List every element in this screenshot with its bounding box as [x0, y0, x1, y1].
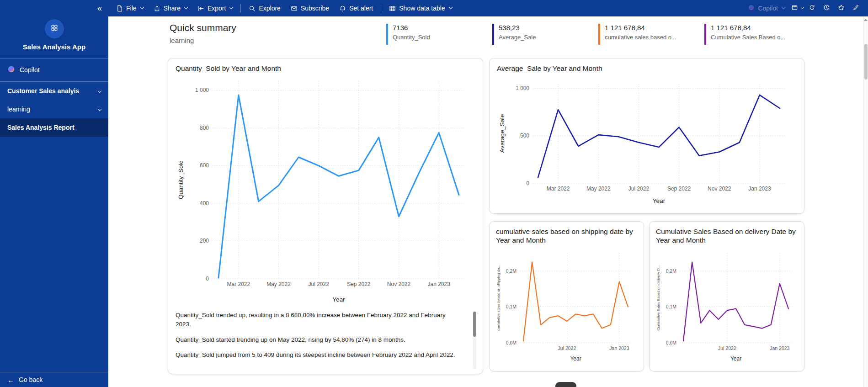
- export-menu-button[interactable]: Export: [192, 0, 238, 16]
- menubar-divider: [381, 4, 381, 12]
- back-arrow-icon: ←: [7, 376, 14, 384]
- chevron-down-icon: [800, 5, 804, 9]
- menu-label: Subscribe: [301, 5, 329, 12]
- svg-text:Jul 2022: Jul 2022: [628, 186, 650, 192]
- narrative-paragraph: Quantity_Sold trended up, resulting in a…: [176, 311, 463, 329]
- app-grid-icon: [50, 24, 59, 34]
- kpi-value: 7136: [393, 24, 492, 32]
- cumulative-delivery-line-chart[interactable]: 0,0M0,1M0,2MJul 2022Jan 2023YearCumulati…: [656, 248, 798, 363]
- svg-text:May 2022: May 2022: [586, 186, 611, 192]
- visual-quantity-sold: Quantity_Sold by Year and Month 02004006…: [168, 58, 483, 374]
- set-alert-button[interactable]: Set alert: [334, 0, 378, 16]
- smart-narrative: Quantity_Sold trended up, resulting in a…: [176, 311, 463, 366]
- svg-text:Quantity_Sold: Quantity_Sold: [177, 160, 184, 199]
- chart-title: cumulative sales based on shipping date …: [496, 227, 637, 245]
- kpi-label: Average_Sale: [499, 34, 598, 41]
- share-menu-button[interactable]: Share: [149, 0, 192, 16]
- explore-icon: [249, 5, 256, 12]
- copilot-icon: [7, 65, 15, 74]
- sidebar-item-learning[interactable]: learning: [0, 100, 108, 118]
- report-toolbar: File Share Export Explore Subscribe: [108, 0, 868, 16]
- narrative-scrollbar[interactable]: [473, 311, 476, 369]
- sidebar-item-customer-sales-analysis[interactable]: Customer Sales analyis: [0, 82, 108, 100]
- sidebar-item-label: learning: [7, 106, 30, 113]
- svg-text:cumulative sales based on ship: cumulative sales based on shipping da...: [496, 265, 501, 331]
- kpi-label: Cumulative Sales Based o...: [711, 34, 810, 41]
- refresh-button[interactable]: [805, 0, 819, 16]
- subscribe-button[interactable]: Subscribe: [286, 0, 334, 16]
- quantity-sold-line-chart[interactable]: 02004006008001 000Mar 2022May 2022Jul 20…: [176, 75, 475, 304]
- svg-text:1 000: 1 000: [516, 85, 529, 91]
- sidebar-item-label: Sales Analysis Report: [7, 124, 75, 131]
- scroll-up-icon[interactable]: [864, 19, 868, 21]
- vertical-scrollbar[interactable]: [863, 16, 868, 387]
- svg-text:0: 0: [526, 180, 529, 186]
- menu-label: Explore: [259, 5, 280, 12]
- kpi-label: cumulative sales based o...: [605, 34, 704, 41]
- copilot-button[interactable]: Copilot: [743, 0, 789, 16]
- sidebar-item-copilot[interactable]: Copilot: [0, 58, 108, 81]
- chevron-down-icon: [140, 5, 144, 9]
- share-icon: [154, 5, 160, 12]
- menu-label: Share: [164, 5, 181, 12]
- svg-text:600: 600: [200, 162, 209, 169]
- open-in-window-icon: [791, 4, 798, 13]
- visual-average-sale: Average_Sale by Year and Month 05001 000…: [489, 58, 804, 214]
- edit-button[interactable]: [849, 0, 863, 16]
- menu-label: Set alert: [349, 5, 373, 12]
- sidebar-item-label: Customer Sales analyis: [7, 87, 79, 95]
- power-bi-app-window: File Share Export Explore Subscribe: [0, 0, 868, 387]
- chart-title: Average_Sale by Year and Month: [497, 64, 797, 73]
- bell-icon: [339, 5, 346, 12]
- open-in-window-button[interactable]: [790, 0, 804, 16]
- page-subtitle: learning: [170, 37, 194, 44]
- copilot-icon: [748, 4, 755, 12]
- kpi-cumulative-delivery: 1 121 678,84 Cumulative Sales Based o...: [704, 24, 810, 45]
- toolbar-right-actions: Copilot: [743, 0, 863, 16]
- chart-title: Quantity_Sold by Year and Month: [176, 64, 475, 73]
- svg-text:400: 400: [200, 200, 209, 207]
- svg-text:1 000: 1 000: [195, 87, 209, 93]
- svg-text:Nov 2022: Nov 2022: [708, 186, 731, 192]
- svg-text:Jan 2023: Jan 2023: [770, 345, 789, 351]
- catch-up-button[interactable]: [820, 0, 833, 16]
- svg-text:May 2022: May 2022: [266, 281, 291, 287]
- favorite-button[interactable]: [834, 0, 848, 16]
- chevron-down-icon: [98, 107, 101, 111]
- table-icon: [389, 5, 396, 12]
- refresh-icon: [809, 4, 815, 13]
- svg-text:0,0M: 0,0M: [666, 339, 676, 345]
- collapse-sidebar-button[interactable]: «: [97, 4, 102, 12]
- svg-text:200: 200: [200, 238, 209, 244]
- report-canvas: Quick summary learning 7136 Quantity_Sol…: [108, 16, 863, 387]
- catch-up-icon: [823, 4, 830, 13]
- svg-text:Jul 2022: Jul 2022: [308, 281, 329, 287]
- svg-text:800: 800: [200, 125, 209, 131]
- svg-text:Jan 2023: Jan 2023: [748, 186, 771, 192]
- scrollbar-thumb[interactable]: [864, 44, 868, 80]
- average-sale-line-chart[interactable]: 05001 000Mar 2022May 2022Jul 2022Sep 202…: [497, 75, 797, 205]
- sidebar-item-sales-analysis-report[interactable]: Sales Analysis Report: [0, 118, 108, 137]
- svg-text:Average_Sale: Average_Sale: [499, 114, 506, 153]
- cumulative-shipping-line-chart[interactable]: 0,0M0,1M0,2MJul 2022Jan 2023Yearcumulati…: [496, 248, 637, 363]
- star-icon: [838, 4, 845, 13]
- svg-text:Year: Year: [570, 355, 581, 362]
- chevron-down-icon: [229, 5, 233, 9]
- svg-text:Year: Year: [653, 197, 666, 204]
- file-menu-button[interactable]: File: [111, 0, 149, 16]
- kpi-strip: 7136 Quantity_Sold 538,23 Average_Sale 1…: [386, 24, 810, 45]
- kpi-cumulative-shipping: 1 121 678,84 cumulative sales based o...: [598, 24, 704, 45]
- chevron-down-icon: [448, 5, 452, 9]
- svg-text:Jul 2022: Jul 2022: [558, 345, 576, 351]
- sidebar-item-label: Copilot: [20, 66, 40, 74]
- svg-text:Year: Year: [730, 355, 741, 362]
- page-navigation-partial[interactable]: [555, 382, 576, 387]
- narrative-scrollbar-thumb[interactable]: [473, 312, 476, 337]
- show-data-table-button[interactable]: Show data table: [384, 0, 457, 16]
- explore-button[interactable]: Explore: [244, 0, 285, 16]
- svg-text:0,2M: 0,2M: [666, 268, 676, 273]
- narrative-paragraph: Quantity_Sold jumped from 5 to 409 durin…: [176, 350, 463, 360]
- go-back-button[interactable]: ← Go back: [0, 372, 108, 387]
- svg-text:Sep 2022: Sep 2022: [347, 281, 371, 287]
- kpi-label: Quantity_Sold: [393, 34, 492, 41]
